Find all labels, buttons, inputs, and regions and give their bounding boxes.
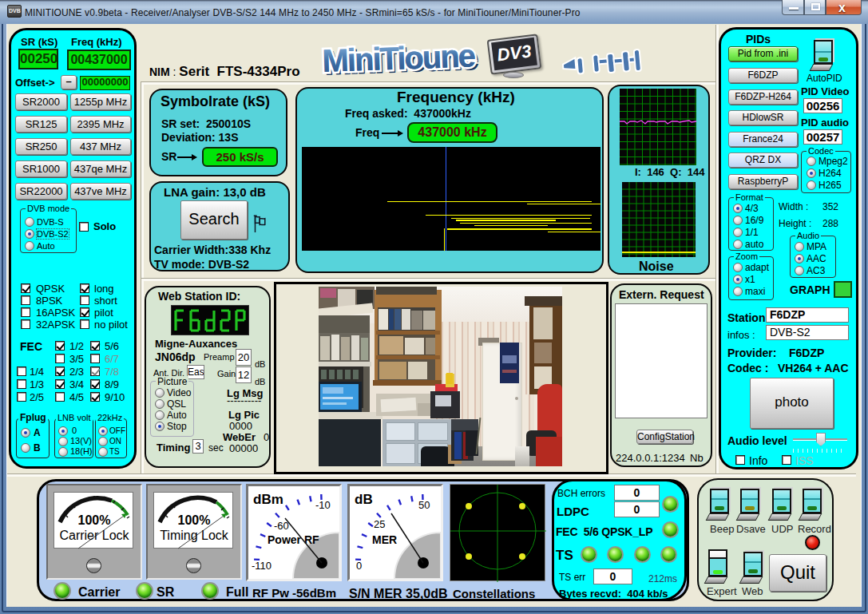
svg-text:100%: 100% bbox=[78, 513, 111, 527]
svg-text:MER: MER bbox=[372, 533, 397, 546]
svg-text:MiniTioune: MiniTioune bbox=[322, 38, 476, 78]
svg-text:100%: 100% bbox=[178, 513, 211, 527]
svg-text:Power RF: Power RF bbox=[268, 533, 319, 546]
svg-text:dB: dB bbox=[355, 492, 373, 507]
svg-text:-110: -110 bbox=[252, 560, 271, 572]
svg-text:Timing Lock: Timing Lock bbox=[160, 529, 229, 542]
svg-text:50: 50 bbox=[418, 499, 430, 511]
svg-text:-60: -60 bbox=[274, 520, 289, 532]
svg-text:dBm: dBm bbox=[253, 492, 283, 507]
svg-text:-10: -10 bbox=[315, 499, 331, 511]
svg-text:Carrier Lock: Carrier Lock bbox=[59, 529, 129, 542]
svg-text:25: 25 bbox=[374, 518, 385, 530]
svg-text:0: 0 bbox=[356, 560, 362, 572]
